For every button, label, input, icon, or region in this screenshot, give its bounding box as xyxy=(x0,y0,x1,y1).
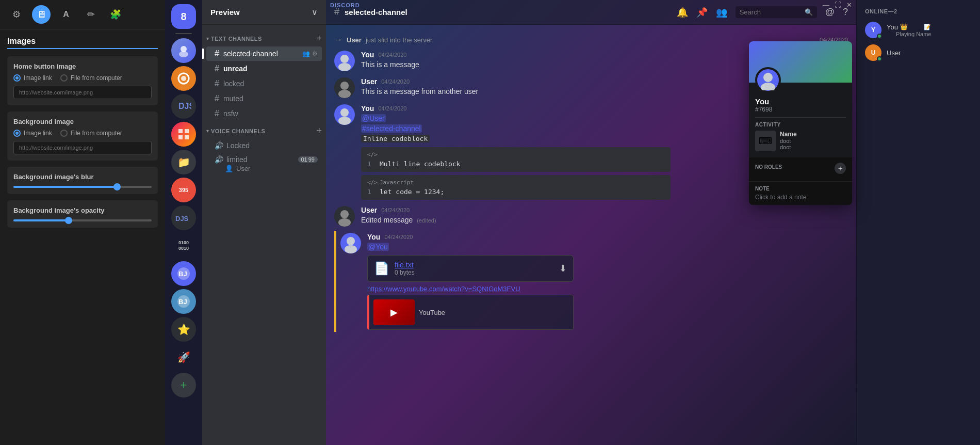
file-name[interactable]: file.txt xyxy=(395,261,554,269)
channel-item-unread[interactable]: # unread xyxy=(206,61,322,76)
bg-file-computer-radio[interactable] xyxy=(60,130,68,137)
you-crown-icon: 👑 xyxy=(900,23,908,30)
channel-members-icon[interactable]: 👥 xyxy=(302,50,310,57)
bg-image-link-radio[interactable] xyxy=(13,130,21,137)
close-button[interactable]: ✕ xyxy=(846,1,852,9)
member-item-you[interactable]: Y You 👑 📝 Playing Name xyxy=(861,19,976,41)
server-icon-rocket[interactable]: 🚀 xyxy=(171,345,196,370)
opacity-slider-track[interactable] xyxy=(13,219,152,221)
settings-title: Images xyxy=(7,37,158,49)
server-icon-star[interactable]: ⭐ xyxy=(171,317,196,342)
message-timestamp-you-2: 04/24/2020 xyxy=(378,105,406,112)
voice-channel-name-limited: limited xyxy=(226,155,247,164)
members-icon[interactable]: 👥 xyxy=(716,7,727,18)
chat-header-hash-icon: # xyxy=(334,7,339,18)
bg-radio-group: Image link File from computer xyxy=(13,130,152,137)
home-image-link-option[interactable]: Image link xyxy=(13,74,52,82)
voice-channels-label: VOICE CHANNELS xyxy=(211,128,265,134)
activity-detail-1: doot xyxy=(780,138,846,144)
svg-point-20 xyxy=(340,210,349,218)
server-icon-5[interactable]: 📁 xyxy=(171,150,196,174)
server-icon-blue2[interactable]: BJ xyxy=(171,289,196,314)
text-tool-icon[interactable]: A xyxy=(57,5,75,24)
server-icon-1[interactable] xyxy=(171,38,196,63)
monitor-tool-icon[interactable]: 🖥 xyxy=(32,5,51,24)
author-row-user-2: User 04/24/2020 xyxy=(361,206,848,214)
pin-icon[interactable]: 📌 xyxy=(696,7,708,18)
gear-tool-icon[interactable]: ⚙ xyxy=(7,5,26,24)
member-name-you: You xyxy=(887,23,898,31)
server-icon-4[interactable] xyxy=(171,122,196,147)
channel-item-nsfw[interactable]: # nsfw xyxy=(206,106,322,121)
message-content-user-2: User 04/24/2020 Edited message (edited) xyxy=(361,206,848,227)
puzzle-tool-icon[interactable]: 🧩 xyxy=(106,5,125,24)
voice-badge-99: 99 xyxy=(308,156,315,163)
activity-section-title: ACTIVITY xyxy=(755,122,846,128)
maximize-button[interactable]: ⛶ xyxy=(835,1,841,9)
text-channels-category[interactable]: ▾ TEXT CHANNELS + xyxy=(202,29,326,46)
server-icon-djs[interactable]: DJS xyxy=(171,205,196,230)
home-image-url-input[interactable] xyxy=(13,86,152,99)
profile-banner xyxy=(749,41,852,83)
svg-point-16 xyxy=(340,82,349,90)
minimize-button[interactable]: — xyxy=(823,1,829,9)
message-author-user-2: User xyxy=(361,206,377,214)
profile-discriminator: #7698 xyxy=(755,106,846,113)
channel-item-muted[interactable]: # muted xyxy=(206,91,322,106)
channel-mention: #selected-channel xyxy=(361,124,422,133)
channel-gear-icon[interactable]: ⚙ xyxy=(312,50,318,57)
voice-channel-locked[interactable]: 🔊 Locked xyxy=(206,139,322,152)
voice-channel-limited[interactable]: 🔊 limited 01 99 👤 User xyxy=(206,153,322,175)
add-role-button[interactable]: + xyxy=(835,163,846,174)
server-icon-3[interactable]: DJS xyxy=(171,94,196,119)
bg-file-computer-option[interactable]: File from computer xyxy=(60,130,122,137)
svg-point-21 xyxy=(338,218,351,227)
voice-channels-category[interactable]: ▾ VOICE CHANNELS + xyxy=(202,121,326,138)
server-icon-2[interactable] xyxy=(171,66,196,91)
bg-image-link-option[interactable]: Image link xyxy=(13,130,52,137)
voice-user-row: 👤 User xyxy=(215,165,318,172)
server-icon-preview[interactable]: 8 xyxy=(171,4,196,29)
profile-activity: ⌨ Name doot doot xyxy=(755,131,846,151)
youtube-link[interactable]: https://www.youtube.com/watch?v=SQNtGoM3… xyxy=(367,285,574,293)
nsfw-hash-icon: # xyxy=(215,109,219,118)
server-icon-binary[interactable]: 01000010 xyxy=(171,233,196,258)
member-item-user[interactable]: U User xyxy=(861,41,976,64)
profile-note-section: NOTE Click to add a note xyxy=(749,181,852,205)
channel-name-muted: muted xyxy=(223,94,243,103)
text-channel-add-icon[interactable]: + xyxy=(316,33,322,44)
chat-header: # selected-channel 🔔 📌 👥 🔍 @ ? xyxy=(326,0,856,25)
server-icon-blue1[interactable]: BJ xyxy=(171,261,196,286)
server-add-button[interactable]: + xyxy=(171,373,196,398)
file-download-icon[interactable]: ⬇ xyxy=(559,263,567,274)
voice-channel-name-locked: Locked xyxy=(226,141,250,150)
server-icon-6[interactable]: 395 xyxy=(171,178,196,202)
svg-point-1 xyxy=(179,51,188,57)
brush-tool-icon[interactable]: ✏ xyxy=(81,5,100,24)
home-image-link-radio[interactable] xyxy=(13,74,21,82)
voice-channel-add-icon[interactable]: + xyxy=(316,125,322,136)
blur-slider-thumb[interactable] xyxy=(113,183,121,190)
voice-badge: 01 99 xyxy=(298,156,318,163)
search-box[interactable]: 🔍 xyxy=(736,6,817,18)
server-name: Preview xyxy=(210,8,240,17)
channel-item-locked[interactable]: # locked xyxy=(206,76,322,91)
home-file-computer-option[interactable]: File from computer xyxy=(60,74,122,82)
bg-image-url-input[interactable] xyxy=(13,141,152,154)
message-content-you-3: You 04/24/2020 @You 📄 file.txt 0 bytes ⬇ xyxy=(367,233,848,330)
voice-limited-name-row: 🔊 limited 01 99 xyxy=(215,155,318,164)
blur-slider-track[interactable] xyxy=(13,186,152,188)
home-file-computer-radio[interactable] xyxy=(60,74,68,82)
svg-point-14 xyxy=(340,55,349,63)
home-image-link-label: Image link xyxy=(24,74,52,82)
channel-item-selected-channel[interactable]: # selected-channel 👥 ⚙ xyxy=(206,46,322,61)
opacity-slider-thumb[interactable] xyxy=(65,217,72,224)
search-input[interactable] xyxy=(740,8,802,16)
inline-codeblock: Inline codeblock xyxy=(361,135,430,142)
note-placeholder[interactable]: Click to add a note xyxy=(755,194,846,201)
bell-icon[interactable]: 🔔 xyxy=(677,7,688,18)
svg-text:DJS: DJS xyxy=(178,102,191,110)
server-header[interactable]: Preview ∨ xyxy=(202,0,326,25)
member-avatar-user: U xyxy=(865,44,881,61)
file-attachment: 📄 file.txt 0 bytes ⬇ xyxy=(367,255,574,282)
